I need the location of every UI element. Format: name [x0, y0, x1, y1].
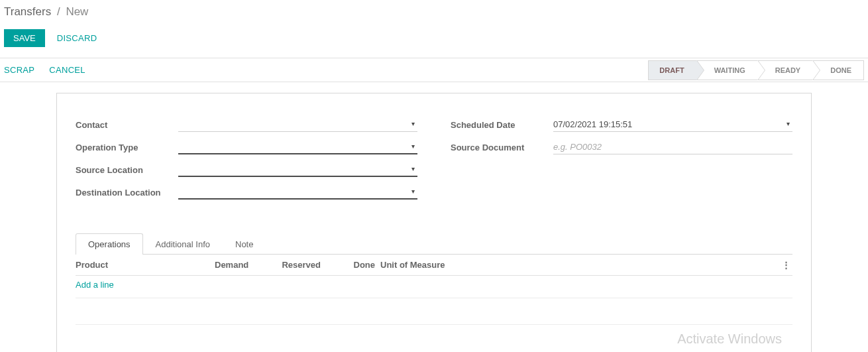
col-product: Product [76, 260, 215, 270]
tab-additional-info[interactable]: Additional Info [143, 233, 223, 255]
scheduled-date-value: 07/02/2021 19:15:51 [553, 119, 632, 129]
source-location-field[interactable] [178, 164, 417, 174]
status-ready[interactable]: READY [758, 60, 814, 80]
source-document-field[interactable] [553, 142, 792, 152]
breadcrumb-current: New [66, 5, 88, 18]
tab-note[interactable]: Note [223, 233, 266, 255]
scrap-button[interactable]: SCRAP [4, 65, 34, 75]
form-action-row: SCRAP CANCEL DRAFT WAITING READY DONE [0, 58, 868, 82]
caret-icon: ▾ [787, 120, 790, 127]
kebab-icon[interactable]: ⋮ [779, 260, 792, 270]
contact-field[interactable] [178, 119, 417, 129]
cancel-button[interactable]: CANCEL [49, 65, 85, 75]
status-bar: DRAFT WAITING READY DONE [648, 60, 864, 80]
source-document-label: Source Document [451, 143, 553, 152]
destination-location-input[interactable]: ▾ [178, 185, 417, 200]
top-action-bar: SAVE DISCARD [0, 24, 868, 58]
scheduled-date-input[interactable]: 07/02/2021 19:15:51 ▾ [553, 117, 792, 132]
status-waiting[interactable]: WAITING [697, 60, 758, 80]
source-location-input[interactable]: ▾ [178, 162, 417, 177]
empty-row [76, 298, 792, 325]
status-done[interactable]: DONE [813, 60, 864, 80]
save-button[interactable]: SAVE [4, 29, 45, 47]
form-sheet: Contact ▾ Operation Type ▾ Source Locati… [56, 93, 812, 352]
destination-location-field[interactable] [178, 187, 417, 197]
operation-type-input[interactable]: ▾ [178, 140, 417, 154]
breadcrumb-root[interactable]: Transfers [4, 5, 51, 18]
breadcrumb: Transfers / New [0, 0, 868, 24]
destination-location-label: Destination Location [76, 188, 178, 198]
col-demand: Demand [215, 260, 274, 270]
tabs: Operations Additional Info Note [76, 233, 792, 255]
discard-button[interactable]: DISCARD [57, 33, 97, 43]
contact-label: Contact [76, 120, 178, 130]
breadcrumb-sep: / [57, 5, 60, 18]
col-uom: Unit of Measure [380, 260, 779, 270]
table-header: Product Demand Reserved Done Unit of Mea… [76, 255, 792, 276]
operation-type-field[interactable] [178, 142, 417, 152]
status-draft[interactable]: DRAFT [648, 60, 696, 80]
col-reserved: Reserved [274, 260, 341, 270]
source-document-input[interactable] [553, 140, 792, 154]
col-done: Done [341, 260, 380, 270]
tab-operations[interactable]: Operations [76, 233, 143, 255]
contact-input[interactable]: ▾ [178, 117, 417, 132]
add-line-link[interactable]: Add a line [76, 280, 114, 290]
source-location-label: Source Location [76, 165, 178, 175]
operation-type-label: Operation Type [76, 143, 178, 152]
table-row: Add a line [76, 276, 792, 298]
scheduled-date-label: Scheduled Date [451, 120, 553, 130]
table-body: Add a line [76, 276, 792, 352]
